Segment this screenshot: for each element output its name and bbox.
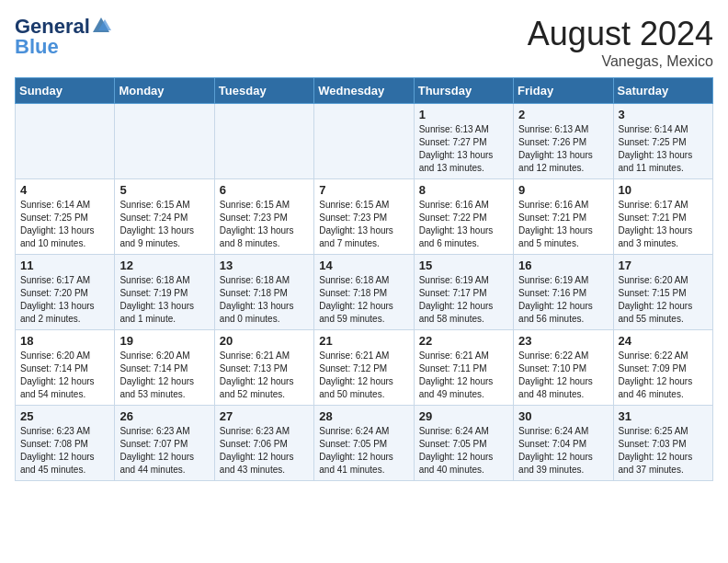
- calendar-cell: 9Sunrise: 6:16 AM Sunset: 7:21 PM Daylig…: [514, 179, 613, 255]
- day-number: 26: [119, 409, 209, 423]
- calendar-cell: 3Sunrise: 6:14 AM Sunset: 7:25 PM Daylig…: [613, 104, 712, 179]
- calendar-cell: 7Sunrise: 6:15 AM Sunset: 7:23 PM Daylig…: [314, 179, 414, 255]
- calendar-cell: 23Sunrise: 6:22 AM Sunset: 7:10 PM Dayli…: [514, 330, 613, 406]
- day-info: Sunrise: 6:18 AM Sunset: 7:19 PM Dayligh…: [119, 274, 209, 326]
- calendar-cell: [16, 104, 115, 179]
- calendar-cell: 2Sunrise: 6:13 AM Sunset: 7:26 PM Daylig…: [514, 104, 613, 179]
- week-row-3: 11Sunrise: 6:17 AM Sunset: 7:20 PM Dayli…: [16, 255, 713, 330]
- day-info: Sunrise: 6:25 AM Sunset: 7:03 PM Dayligh…: [619, 425, 708, 477]
- day-number: 30: [518, 409, 608, 423]
- week-row-1: 1Sunrise: 6:13 AM Sunset: 7:27 PM Daylig…: [16, 104, 713, 179]
- day-number: 9: [518, 183, 608, 197]
- logo-blue: Blue: [15, 35, 59, 59]
- calendar-cell: 16Sunrise: 6:19 AM Sunset: 7:16 PM Dayli…: [514, 255, 613, 330]
- day-number: 4: [20, 183, 109, 197]
- day-number: 8: [419, 183, 508, 197]
- day-number: 2: [518, 108, 608, 121]
- day-info: Sunrise: 6:24 AM Sunset: 7:04 PM Dayligh…: [518, 425, 608, 477]
- calendar-cell: 29Sunrise: 6:24 AM Sunset: 7:05 PM Dayli…: [414, 406, 513, 481]
- day-number: 22: [419, 334, 508, 348]
- day-info: Sunrise: 6:15 AM Sunset: 7:23 PM Dayligh…: [319, 199, 408, 250]
- calendar-table: SundayMondayTuesdayWednesdayThursdayFrid…: [15, 77, 713, 481]
- day-info: Sunrise: 6:15 AM Sunset: 7:24 PM Dayligh…: [119, 199, 209, 250]
- calendar-cell: 25Sunrise: 6:23 AM Sunset: 7:08 PM Dayli…: [16, 406, 115, 481]
- day-info: Sunrise: 6:23 AM Sunset: 7:07 PM Dayligh…: [119, 425, 209, 477]
- day-number: 29: [419, 409, 508, 423]
- day-info: Sunrise: 6:15 AM Sunset: 7:23 PM Dayligh…: [220, 199, 309, 250]
- day-number: 21: [319, 334, 408, 348]
- calendar-cell: 4Sunrise: 6:14 AM Sunset: 7:25 PM Daylig…: [16, 179, 115, 255]
- calendar-cell: [115, 104, 214, 179]
- calendar-cell: 19Sunrise: 6:20 AM Sunset: 7:14 PM Dayli…: [115, 330, 214, 406]
- day-number: 28: [319, 409, 408, 423]
- day-number: 13: [220, 259, 309, 272]
- day-info: Sunrise: 6:22 AM Sunset: 7:10 PM Dayligh…: [518, 350, 608, 401]
- day-number: 27: [220, 409, 309, 423]
- calendar-cell: 30Sunrise: 6:24 AM Sunset: 7:04 PM Dayli…: [514, 406, 613, 481]
- day-number: 18: [20, 334, 109, 348]
- calendar-cell: 21Sunrise: 6:21 AM Sunset: 7:12 PM Dayli…: [314, 330, 414, 406]
- day-number: 14: [319, 259, 408, 272]
- day-info: Sunrise: 6:21 AM Sunset: 7:11 PM Dayligh…: [419, 350, 508, 401]
- location: Vanegas, Mexico: [528, 53, 713, 70]
- day-number: 3: [619, 108, 708, 121]
- calendar-cell: 6Sunrise: 6:15 AM Sunset: 7:23 PM Daylig…: [214, 179, 313, 255]
- day-number: 5: [119, 183, 209, 197]
- day-number: 23: [518, 334, 608, 348]
- day-header-wednesday: Wednesday: [314, 78, 414, 104]
- day-number: 25: [20, 409, 109, 423]
- day-number: 12: [119, 259, 209, 272]
- calendar-cell: 18Sunrise: 6:20 AM Sunset: 7:14 PM Dayli…: [16, 330, 115, 406]
- day-header-monday: Monday: [115, 78, 214, 104]
- day-info: Sunrise: 6:23 AM Sunset: 7:08 PM Dayligh…: [20, 425, 109, 477]
- calendar-cell: 10Sunrise: 6:17 AM Sunset: 7:21 PM Dayli…: [613, 179, 712, 255]
- day-info: Sunrise: 6:23 AM Sunset: 7:06 PM Dayligh…: [220, 425, 309, 477]
- day-number: 6: [220, 183, 309, 197]
- week-row-5: 25Sunrise: 6:23 AM Sunset: 7:08 PM Dayli…: [16, 406, 713, 481]
- day-info: Sunrise: 6:14 AM Sunset: 7:25 PM Dayligh…: [619, 123, 708, 175]
- day-number: 7: [319, 183, 408, 197]
- title-block: August 2024 Vanegas, Mexico: [528, 15, 713, 70]
- calendar-cell: 5Sunrise: 6:15 AM Sunset: 7:24 PM Daylig…: [115, 179, 214, 255]
- day-info: Sunrise: 6:18 AM Sunset: 7:18 PM Dayligh…: [220, 274, 309, 326]
- calendar-cell: [314, 104, 414, 179]
- logo-icon: [91, 16, 111, 36]
- calendar-cell: [214, 104, 313, 179]
- calendar-cell: 11Sunrise: 6:17 AM Sunset: 7:20 PM Dayli…: [16, 255, 115, 330]
- day-header-friday: Friday: [514, 78, 613, 104]
- calendar-body: 1Sunrise: 6:13 AM Sunset: 7:27 PM Daylig…: [16, 104, 713, 481]
- day-info: Sunrise: 6:16 AM Sunset: 7:22 PM Dayligh…: [419, 199, 508, 250]
- calendar-cell: 31Sunrise: 6:25 AM Sunset: 7:03 PM Dayli…: [613, 406, 712, 481]
- day-info: Sunrise: 6:19 AM Sunset: 7:17 PM Dayligh…: [419, 274, 508, 326]
- day-number: 10: [619, 183, 708, 197]
- day-number: 1: [419, 108, 508, 121]
- day-info: Sunrise: 6:13 AM Sunset: 7:27 PM Dayligh…: [419, 123, 508, 175]
- day-info: Sunrise: 6:20 AM Sunset: 7:14 PM Dayligh…: [119, 350, 209, 401]
- day-info: Sunrise: 6:22 AM Sunset: 7:09 PM Dayligh…: [619, 350, 708, 401]
- day-info: Sunrise: 6:13 AM Sunset: 7:26 PM Dayligh…: [518, 123, 608, 175]
- day-header-thursday: Thursday: [414, 78, 513, 104]
- day-number: 20: [220, 334, 309, 348]
- calendar-cell: 15Sunrise: 6:19 AM Sunset: 7:17 PM Dayli…: [414, 255, 513, 330]
- day-info: Sunrise: 6:17 AM Sunset: 7:21 PM Dayligh…: [619, 199, 708, 250]
- day-info: Sunrise: 6:20 AM Sunset: 7:15 PM Dayligh…: [619, 274, 708, 326]
- calendar-cell: 8Sunrise: 6:16 AM Sunset: 7:22 PM Daylig…: [414, 179, 513, 255]
- calendar-cell: 17Sunrise: 6:20 AM Sunset: 7:15 PM Dayli…: [613, 255, 712, 330]
- day-info: Sunrise: 6:24 AM Sunset: 7:05 PM Dayligh…: [319, 425, 408, 477]
- day-number: 24: [619, 334, 708, 348]
- day-number: 16: [518, 259, 608, 272]
- day-info: Sunrise: 6:17 AM Sunset: 7:20 PM Dayligh…: [20, 274, 109, 326]
- calendar-cell: 13Sunrise: 6:18 AM Sunset: 7:18 PM Dayli…: [214, 255, 313, 330]
- day-number: 17: [619, 259, 708, 272]
- logo: General Blue: [15, 15, 111, 59]
- day-info: Sunrise: 6:14 AM Sunset: 7:25 PM Dayligh…: [20, 199, 109, 250]
- day-info: Sunrise: 6:21 AM Sunset: 7:12 PM Dayligh…: [319, 350, 408, 401]
- day-number: 31: [619, 409, 708, 423]
- day-header-saturday: Saturday: [613, 78, 712, 104]
- day-info: Sunrise: 6:20 AM Sunset: 7:14 PM Dayligh…: [20, 350, 109, 401]
- calendar-cell: 12Sunrise: 6:18 AM Sunset: 7:19 PM Dayli…: [115, 255, 214, 330]
- calendar-header: SundayMondayTuesdayWednesdayThursdayFrid…: [16, 78, 713, 104]
- header-row: SundayMondayTuesdayWednesdayThursdayFrid…: [16, 78, 713, 104]
- week-row-2: 4Sunrise: 6:14 AM Sunset: 7:25 PM Daylig…: [16, 179, 713, 255]
- calendar-cell: 20Sunrise: 6:21 AM Sunset: 7:13 PM Dayli…: [214, 330, 313, 406]
